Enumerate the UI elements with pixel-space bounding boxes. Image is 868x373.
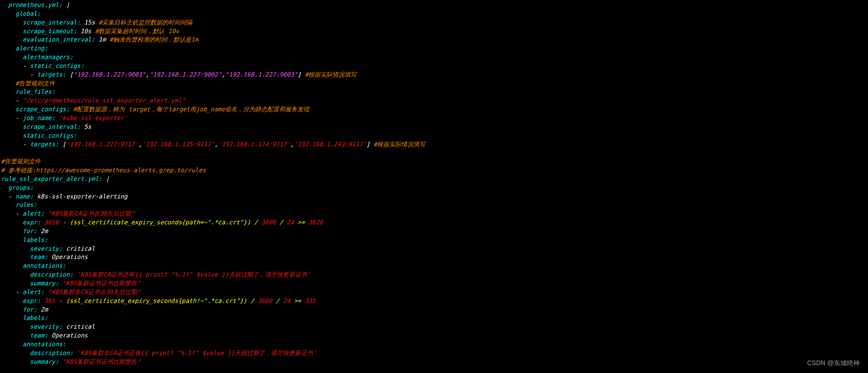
code-token: ]: [367, 141, 374, 148]
code-token: 15s: [80, 19, 98, 26]
code-token: expr:: [1, 219, 41, 226]
code-token: -: [1, 193, 15, 200]
code-token: groups:: [1, 184, 33, 191]
code-token: -: [1, 114, 23, 121]
code-token: ,: [290, 141, 294, 148]
code-token: # 参考链接:https://awesome-prometheus-alerts…: [1, 167, 206, 174]
code-token: critical: [62, 323, 95, 330]
code-token: targets:: [30, 141, 59, 148]
code-token: job_name:: [23, 114, 55, 121]
code-token: alert:: [23, 210, 44, 217]
code-token: annotations:: [1, 341, 66, 348]
code-token: annotations:: [1, 262, 66, 269]
code-token: -: [1, 71, 37, 78]
code-token: #根据实际情况填写: [305, 71, 357, 78]
code-token: -: [1, 141, 30, 148]
code-token: #数据采集超时时间，默认 10s: [95, 28, 179, 35]
code-token: 'K8S集群CA证书还有{{ printf "%.1f" $value }}天就…: [73, 271, 311, 278]
code-token: rules:: [1, 201, 37, 208]
code-token: '192.168.1.227:9117': [66, 141, 139, 148]
code-token: "192.168.1.227:9002": [149, 71, 222, 78]
code-token: ,: [214, 141, 218, 148]
code-token: |: [62, 1, 70, 8]
code-token: /: [276, 219, 287, 226]
code-token: #告警规则文件: [1, 80, 55, 87]
code-token: '192.168.1.174:9117': [218, 141, 291, 148]
code-token: 335: [305, 297, 315, 304]
code-token: [: [66, 71, 73, 78]
code-token: - (ssl_certificate_expiry_seconds{path!~…: [55, 297, 257, 304]
code-token: labels:: [1, 314, 48, 321]
code-token: "K8S集群CA证书在30天后过期": [44, 210, 134, 217]
code-token: static_configs:: [1, 132, 77, 139]
code-token: alertmanagers:: [1, 54, 73, 60]
code-token: static_configs:: [30, 62, 84, 69]
code-token: - (ssl_certificate_expiry_seconds{path=~…: [59, 219, 261, 226]
code-token: scrape_interval:: [1, 123, 80, 130]
code-token: Operations: [48, 253, 88, 260]
code-token: 3650: [41, 219, 59, 226]
code-token: for:: [1, 228, 37, 235]
code-token: #告警规则文件: [1, 158, 41, 165]
code-token: 24: [283, 297, 291, 304]
code-token: 2m: [37, 306, 48, 313]
code-token: 1m: [95, 36, 110, 43]
code-token: team:: [1, 332, 48, 339]
watermark: CSDN @东城绝神: [807, 358, 860, 367]
code-token: ]: [298, 71, 305, 78]
code-token: targets:: [37, 71, 66, 78]
code-token: >=: [294, 219, 308, 226]
code-token: '192.168.1.135:9117': [142, 141, 214, 148]
code-token: rule_files:: [1, 88, 55, 95]
code-token: "/etc/prometheus/rule_ssl_exporter_alert…: [23, 97, 185, 104]
code-token: evaluation_interval:: [1, 36, 95, 43]
code-token: -: [1, 97, 23, 104]
code-token: 10s: [77, 28, 95, 35]
code-token: summary:: [1, 280, 59, 287]
code-token: labels:: [1, 236, 48, 243]
code-token: rule_ssl_exporter_alert.yml:: [1, 175, 102, 182]
code-token: 3600: [262, 219, 276, 226]
code-token: 3620: [308, 219, 323, 226]
code-token: 'kube-ssl-exporter': [55, 114, 128, 121]
yaml-code-block: prometheus.yml: | global: scrape_interva…: [0, 0, 868, 367]
code-token: -: [1, 289, 23, 295]
code-token: alert:: [23, 289, 44, 295]
code-token: -: [1, 62, 30, 69]
code-token: ,: [146, 71, 149, 78]
code-token: #根据实际情况填写: [373, 141, 425, 148]
code-token: expr:: [1, 297, 41, 304]
code-token: severity:: [1, 245, 62, 252]
code-token: #配置数据源，称为 target，每个target用job_name命名，分为静…: [70, 106, 309, 113]
code-token: scrape_interval:: [1, 19, 80, 26]
code-token: [: [59, 141, 66, 148]
code-token: |: [102, 175, 110, 182]
code-token: 24: [287, 219, 294, 226]
code-token: "K8S集群证书证书过期警告": [59, 280, 141, 287]
code-token: team:: [1, 253, 48, 260]
code-token: #采集目标主机监控数据的时间间隔: [98, 19, 192, 26]
code-token: "192.168.1.227:9001": [73, 71, 146, 78]
code-token: critical: [62, 245, 95, 252]
code-token: prometheus.yml:: [1, 1, 62, 8]
code-token: name:: [15, 193, 33, 200]
code-token: severity:: [1, 323, 62, 330]
code-token: global:: [1, 10, 41, 17]
code-token: [1, 149, 5, 156]
code-token: 5s: [80, 123, 91, 130]
code-token: Operations: [48, 332, 88, 339]
code-token: #触发告警检测的时间，默认是1m: [110, 36, 198, 43]
code-token: 2m: [37, 228, 48, 235]
code-token: "K8S集群非CA证书在30天后过期": [44, 289, 141, 295]
code-token: "192.168.1.227:9003": [225, 71, 298, 78]
code-token: description:: [1, 349, 73, 356]
code-token: 365: [41, 297, 55, 304]
code-token: alerting:: [1, 45, 48, 52]
code-token: summary:: [1, 358, 59, 365]
code-token: scrape_timeout:: [1, 28, 77, 35]
code-token: scrape_configs:: [1, 106, 70, 113]
code-token: 3600: [258, 297, 272, 304]
code-token: >=: [290, 297, 305, 304]
code-token: "K8S集群证书证书过期警告": [59, 358, 141, 365]
code-token: description:: [1, 271, 73, 278]
